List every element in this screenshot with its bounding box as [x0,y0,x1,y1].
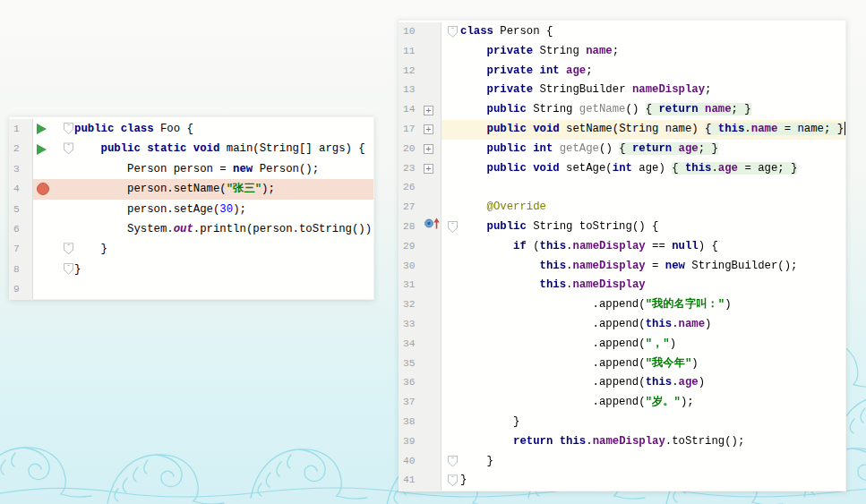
gutter-icon-cell[interactable] [421,452,442,472]
code-text[interactable]: } [460,452,845,472]
gutter-icon-cell[interactable] [421,413,442,432]
code-text[interactable]: System.out.println(person.toString()); [74,219,373,239]
gutter-icon-cell[interactable] [33,219,62,239]
code-text[interactable]: private StringBuilder nameDisplay; [460,81,845,100]
gutter-icon-cell[interactable] [421,81,442,100]
gutter-icon-cell[interactable] [421,315,442,335]
code-text[interactable]: return this.nameDisplay.toString(); [460,432,845,452]
code-segment: .append( [460,396,646,408]
fold-expand-icon[interactable]: + [424,164,433,174]
gutter-icon-cell[interactable] [33,260,62,279]
gutter-icon-cell[interactable] [421,178,442,198]
code-segment: ); [262,183,275,195]
code-segment: name [751,123,778,135]
fold-region-icon[interactable]: - [64,263,73,275]
code-text[interactable]: public String getName() { return name; } [460,100,845,120]
breakpoint-icon[interactable] [37,183,49,195]
line-number: 9 [10,279,33,299]
fold-region-icon[interactable]: - [448,474,458,486]
code-segment [460,435,513,448]
code-text[interactable]: .append("岁。"); [460,393,845,413]
code-text[interactable]: .append(this.age) [460,373,845,393]
code-text[interactable]: person.setName("张三"); [74,179,373,199]
code-segment: { [705,123,718,135]
gutter-icon-cell[interactable] [33,179,62,199]
gutter-icon-cell[interactable] [33,200,62,219]
gutter-icon-cell[interactable] [421,335,442,355]
gutter-icon-cell[interactable] [421,42,442,62]
code-text[interactable]: } [460,471,845,491]
gutter-icon-cell[interactable] [421,257,442,277]
run-icon[interactable] [37,144,47,155]
code-line: 3 Person person = new Person(); [10,159,373,179]
code-text[interactable]: this.nameDisplay [460,276,845,295]
code-segment [460,278,540,291]
gutter-icon-cell[interactable]: + [421,159,442,179]
gutter-icon-cell[interactable]: + [421,100,442,120]
code-line: 40- } [399,452,845,472]
code-segment: name [679,318,706,330]
code-text[interactable]: .append(this.name) [460,315,845,335]
fold-region-icon[interactable]: - [64,243,73,254]
gutter-icon-cell[interactable] [33,279,62,299]
code-text[interactable]: person.setAge(30); [74,200,373,219]
gutter-icon-cell[interactable] [421,218,442,237]
code-text[interactable]: private String name; [460,42,845,62]
code-text[interactable]: public int getAge() { return age; } [460,140,845,159]
gutter-icon-cell[interactable] [421,393,442,413]
line-number: 13 [399,81,421,100]
gutter-icon-cell[interactable] [33,239,62,259]
fold-region-icon[interactable]: - [448,26,458,38]
fold-region-icon[interactable]: - [448,221,458,233]
gutter-icon-cell[interactable] [33,139,62,158]
fold-expand-icon[interactable]: + [424,124,433,134]
line-number: 20 [399,140,421,159]
code-text[interactable] [460,178,845,198]
code-text[interactable]: .append("，") [460,335,845,355]
code-text[interactable]: this.nameDisplay = new StringBuilder(); [460,257,845,277]
code-text[interactable] [74,279,373,299]
gutter-icon-cell[interactable] [421,276,442,295]
string-literal: "，" [646,337,670,350]
code-text[interactable]: public String toString() { [460,218,845,237]
code-text[interactable]: public static void main(String[] args) { [74,139,373,158]
gutter-icon-cell[interactable] [421,471,442,491]
code-text[interactable]: class Person { [460,22,845,42]
gutter-icon-cell[interactable] [421,198,442,218]
override-method-icon[interactable] [424,217,442,238]
fold-expand-icon[interactable]: + [424,144,433,154]
fold-column [62,159,74,179]
code-segment: ); [233,203,246,216]
code-text[interactable]: Person person = new Person(); [74,159,373,179]
code-segment: .append( [460,298,646,311]
code-text[interactable]: public void setName(String name) { this.… [460,120,845,140]
gutter-icon-cell[interactable] [421,432,442,452]
run-icon[interactable] [37,124,47,134]
code-text[interactable]: public void setAge(int age) { this.age =… [460,159,845,179]
code-text[interactable]: private int age; [460,62,845,81]
code-text[interactable]: public class Foo { [74,119,373,139]
gutter-icon-cell[interactable]: + [421,140,442,159]
gutter-icon-cell[interactable] [33,159,62,179]
code-text[interactable]: .append("我今年") [460,355,845,374]
fold-region-icon[interactable]: - [448,456,458,467]
fold-region-icon[interactable]: - [64,142,73,154]
fold-column [442,62,460,81]
code-text[interactable]: .append("我的名字叫：") [460,295,845,315]
code-text[interactable]: } [74,260,373,279]
code-text[interactable]: } [74,239,373,259]
fold-region-icon[interactable]: - [64,123,73,134]
gutter-icon-cell[interactable] [421,22,442,42]
gutter-icon-cell[interactable] [33,119,62,139]
code-text[interactable]: if (this.nameDisplay == null) { [460,237,845,257]
fold-expand-icon[interactable]: + [424,106,433,115]
gutter-icon-cell[interactable] [421,295,442,315]
gutter-icon-cell[interactable]: + [421,120,442,140]
gutter-icon-cell[interactable] [421,62,442,81]
line-number: 37 [399,393,421,413]
gutter-icon-cell[interactable] [421,237,442,257]
gutter-icon-cell[interactable] [421,355,442,374]
gutter-icon-cell[interactable] [421,373,442,393]
code-text[interactable]: } [460,413,845,432]
code-text[interactable]: @Override [460,198,845,218]
